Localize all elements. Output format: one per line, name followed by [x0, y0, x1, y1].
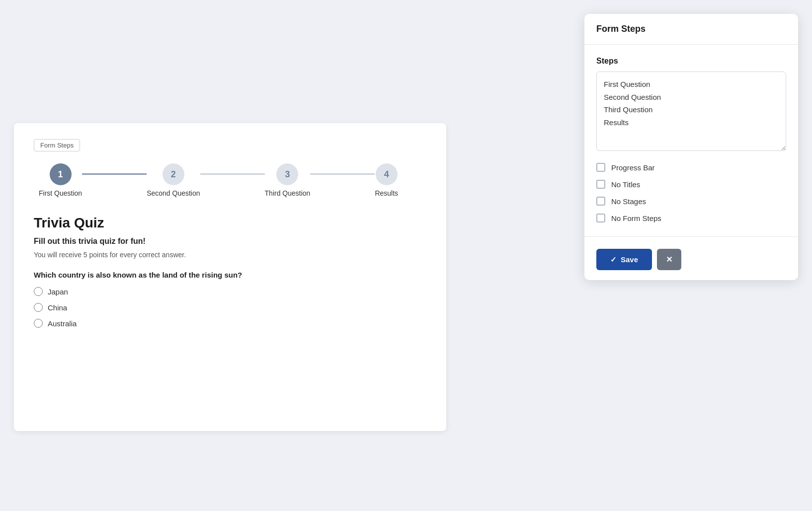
- form-title: Trivia Quiz: [34, 215, 426, 231]
- checkbox-no-titles: No Titles: [596, 180, 786, 189]
- form-steps-panel: Form Steps Steps First Question Second Q…: [584, 14, 798, 280]
- radio-option-china: China: [34, 303, 426, 312]
- panel-title: Form Steps: [596, 24, 646, 34]
- checkbox-no-titles-input[interactable]: [596, 180, 605, 189]
- step-circle-4: 4: [376, 163, 398, 185]
- radio-japan[interactable]: [34, 287, 43, 296]
- form-steps-badge: Form Steps: [34, 139, 80, 151]
- checkbox-progress-bar: Progress Bar: [596, 163, 786, 172]
- step-circle-3: 3: [276, 163, 298, 185]
- panel-body: Steps First Question Second Question Thi…: [584, 45, 798, 234]
- stepper: 1 First Question 2 Second Question 3 Thi…: [34, 163, 426, 197]
- step-connector-1: [82, 173, 147, 175]
- save-button[interactable]: ✓ Save: [596, 249, 652, 270]
- checkbox-no-form-steps-label: No Form Steps: [611, 214, 661, 222]
- checkbox-no-titles-label: No Titles: [611, 180, 640, 189]
- radio-china[interactable]: [34, 303, 43, 312]
- panel-header: Form Steps: [584, 14, 798, 45]
- step-item-4: 4 Results: [375, 163, 398, 197]
- checkbox-no-form-steps: No Form Steps: [596, 214, 786, 222]
- cancel-button[interactable]: ✕: [657, 249, 681, 270]
- step-item-2: 2 Second Question: [147, 163, 200, 197]
- checkbox-progress-bar-input[interactable]: [596, 163, 605, 172]
- step-label-4: Results: [375, 189, 398, 197]
- step-label-3: Third Question: [265, 189, 311, 197]
- panel-divider: [584, 236, 798, 237]
- radio-option-australia: Australia: [34, 319, 426, 328]
- radio-label-australia: Australia: [48, 319, 77, 328]
- checkmark-icon: ✓: [610, 255, 617, 264]
- step-item-1: 1 First Question: [39, 163, 82, 197]
- checkbox-no-stages-input[interactable]: [596, 197, 605, 206]
- checkbox-group: Progress Bar No Titles No Stages No Form…: [596, 163, 786, 222]
- checkbox-no-stages-label: No Stages: [611, 197, 646, 206]
- question-text: Which country is also known as the land …: [34, 271, 426, 279]
- step-label-2: Second Question: [147, 189, 200, 197]
- form-preview-card: Form Steps 1 First Question 2 Second Que…: [14, 123, 446, 431]
- checkbox-no-stages: No Stages: [596, 197, 786, 206]
- step-circle-1: 1: [50, 163, 72, 185]
- steps-section-label: Steps: [596, 57, 786, 66]
- step-connector-2: [200, 173, 265, 175]
- panel-footer: ✓ Save ✕: [584, 239, 798, 280]
- step-label-1: First Question: [39, 189, 82, 197]
- checkbox-no-form-steps-input[interactable]: [596, 214, 605, 222]
- checkbox-progress-bar-label: Progress Bar: [611, 163, 655, 172]
- radio-label-japan: Japan: [48, 288, 68, 296]
- step-connector-3: [310, 173, 375, 175]
- radio-australia[interactable]: [34, 319, 43, 328]
- step-item-3: 3 Third Question: [265, 163, 311, 197]
- step-circle-2: 2: [162, 163, 184, 185]
- steps-textarea[interactable]: First Question Second Question Third Que…: [596, 72, 786, 151]
- form-description: You will receive 5 points for every corr…: [34, 251, 426, 259]
- radio-option-japan: Japan: [34, 287, 426, 296]
- form-subtitle: Fill out this trivia quiz for fun!: [34, 237, 426, 246]
- radio-label-china: China: [48, 303, 67, 312]
